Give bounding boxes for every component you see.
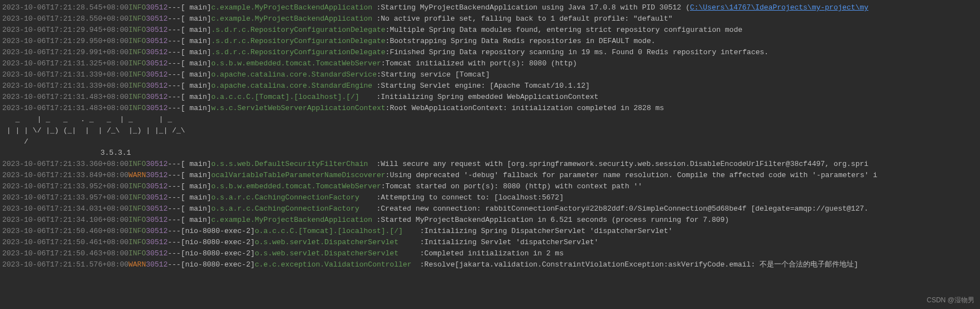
separator: ---	[167, 259, 180, 270]
log-line[interactable]: 2023-10-06T17:21:33.957+08:00 INFO 30512…	[2, 192, 978, 203]
log-line[interactable]: 2023-10-06T17:21:31.325+08:00 INFO 30512…	[2, 58, 978, 69]
log-level: INFO	[128, 237, 146, 248]
pid: 30512	[146, 226, 167, 237]
logger: o.a.c.c.C.[Tomcat].[localhost].[/]	[212, 92, 377, 103]
log-line[interactable]: 2023-10-06T17:21:29.945+08:00 INFO 30512…	[2, 25, 978, 36]
separator: ---	[167, 36, 180, 47]
pid: 30512	[146, 13, 167, 25]
log-line[interactable]: 2023-10-06T17:21:34.031+08:00 INFO 30512…	[2, 203, 978, 215]
banner-line: _ | _ _ . _ _ | _ | _	[2, 114, 978, 125]
thread: [ main]	[181, 2, 212, 13]
timestamp: 2023-10-06T17:21:29.991+08:00	[2, 47, 128, 58]
message: Attempting to connect to: [localhost:567…	[381, 192, 564, 203]
message: Starting service [Tomcat]	[381, 69, 490, 80]
colon: :	[420, 237, 425, 248]
separator: ---	[167, 215, 180, 226]
logger: o.s.web.servlet.DispatcherServlet	[255, 237, 420, 248]
colon: :	[377, 69, 381, 80]
colon: :	[420, 248, 425, 259]
logger: o.apache.catalina.core.StandardService	[212, 69, 377, 80]
message: No active profile set, falling back to 1…	[381, 13, 672, 25]
log-line[interactable]: 2023-10-06T17:21:33.360+08:00 INFO 30512…	[2, 159, 978, 170]
log-level: INFO	[128, 47, 146, 58]
console-log-output[interactable]: 2023-10-06T17:21:28.545+08:00 INFO 30512…	[2, 2, 978, 270]
logger: c.e.c.exception.ValidationController	[255, 259, 420, 270]
log-line[interactable]: 2023-10-06T17:21:31.483+08:00 INFO 30512…	[2, 103, 978, 114]
timestamp: 2023-10-06T17:21:34.106+08:00	[2, 215, 128, 226]
log-level: INFO	[128, 181, 146, 192]
log-line[interactable]: 2023-10-06T17:21:31.339+08:00 INFO 30512…	[2, 69, 978, 80]
separator: ---	[167, 170, 180, 181]
timestamp: 2023-10-06T17:21:33.849+08:00	[2, 170, 128, 181]
thread: [ main]	[181, 203, 212, 215]
colon: :	[386, 47, 390, 58]
timestamp: 2023-10-06T17:21:31.339+08:00	[2, 80, 128, 92]
thread: [ main]	[181, 215, 212, 226]
separator: ---	[167, 2, 180, 13]
message: Completed initialization in 2 ms	[424, 248, 564, 259]
thread: [nio-8080-exec-2]	[181, 259, 255, 270]
colon: :	[420, 226, 425, 237]
message: Bootstrapping Spring Data Redis reposito…	[390, 36, 655, 47]
message: Using deprecated '-debug' fallback for p…	[390, 170, 877, 181]
colon: :	[420, 259, 425, 270]
log-line[interactable]: 2023-10-06T17:21:28.550+08:00 INFO 30512…	[2, 13, 978, 25]
pid: 30512	[146, 103, 167, 114]
thread: [ main]	[181, 92, 212, 103]
message: Started MyProjectBackendApplication in 6…	[381, 215, 729, 226]
log-line[interactable]: 2023-10-06T17:21:34.106+08:00 INFO 30512…	[2, 215, 978, 226]
logger: .s.d.r.c.RepositoryConfigurationDelegate	[212, 47, 386, 58]
thread: [nio-8080-exec-2]	[181, 237, 255, 248]
banner-line: /	[2, 136, 978, 148]
pid: 30512	[146, 58, 167, 69]
log-line[interactable]: 2023-10-06T17:21:31.483+08:00 INFO 30512…	[2, 92, 978, 103]
colon: :	[386, 36, 390, 47]
pid: 30512	[146, 237, 167, 248]
message: Root WebApplicationContext: initializati…	[390, 103, 664, 114]
colon: :	[377, 215, 381, 226]
thread: [ main]	[181, 170, 212, 181]
thread: [ main]	[181, 36, 212, 47]
log-level: INFO	[128, 13, 146, 25]
log-line[interactable]: 2023-10-06T17:21:28.545+08:00 INFO 30512…	[2, 2, 978, 13]
colon: :	[377, 192, 381, 203]
separator: ---	[167, 192, 180, 203]
banner-line: | | | \/ |_) (_| | | /_\ |_) | |_| /_\	[2, 125, 978, 136]
log-line[interactable]: 2023-10-06T17:21:33.952+08:00 INFO 30512…	[2, 181, 978, 192]
logger: o.s.a.r.c.CachingConnectionFactory	[212, 203, 377, 215]
colon: :	[377, 159, 381, 170]
thread: [nio-8080-exec-2]	[181, 226, 255, 237]
logger: o.s.b.w.embedded.tomcat.TomcatWebServer	[212, 58, 381, 69]
thread: [ main]	[181, 69, 212, 80]
log-line[interactable]: 2023-10-06T17:21:51.576+08:00 WARN 30512…	[2, 259, 978, 270]
log-line[interactable]: 2023-10-06T17:21:29.991+08:00 INFO 30512…	[2, 47, 978, 58]
thread: [ main]	[181, 25, 212, 36]
log-level: INFO	[128, 92, 146, 103]
timestamp: 2023-10-06T17:21:29.950+08:00	[2, 36, 128, 47]
thread: [ main]	[181, 159, 212, 170]
message: Initializing Spring embedded WebApplicat…	[381, 92, 598, 103]
log-line[interactable]: 2023-10-06T17:21:50.463+08:00 INFO 30512…	[2, 248, 978, 259]
logger: o.s.a.r.c.CachingConnectionFactory	[212, 192, 377, 203]
separator: ---	[167, 13, 180, 25]
message: Created new connection: rabbitConnection…	[381, 203, 868, 215]
message: Initializing Servlet 'dispatcherServlet'	[424, 237, 598, 248]
separator: ---	[167, 159, 180, 170]
file-link[interactable]: C:\Users\14767\IdeaProjects\my-project\m…	[690, 2, 868, 13]
log-line[interactable]: 2023-10-06T17:21:29.950+08:00 INFO 30512…	[2, 36, 978, 47]
log-line[interactable]: 2023-10-06T17:21:50.461+08:00 INFO 30512…	[2, 237, 978, 248]
log-level: WARN	[128, 259, 146, 270]
log-line[interactable]: 2023-10-06T17:21:31.339+08:00 INFO 30512…	[2, 80, 978, 92]
log-level: INFO	[128, 215, 146, 226]
log-line[interactable]: 2023-10-06T17:21:50.460+08:00 INFO 30512…	[2, 226, 978, 237]
message: Finished Spring Data repository scanning…	[390, 47, 768, 58]
separator: ---	[167, 248, 180, 259]
timestamp: 2023-10-06T17:21:34.031+08:00	[2, 203, 128, 215]
pid: 30512	[146, 203, 167, 215]
separator: ---	[167, 237, 180, 248]
pid: 30512	[146, 259, 167, 270]
timestamp: 2023-10-06T17:21:33.957+08:00	[2, 192, 128, 203]
log-level: INFO	[128, 36, 146, 47]
log-line[interactable]: 2023-10-06T17:21:33.849+08:00 WARN 30512…	[2, 170, 978, 181]
timestamp: 2023-10-06T17:21:51.576+08:00	[2, 259, 128, 270]
